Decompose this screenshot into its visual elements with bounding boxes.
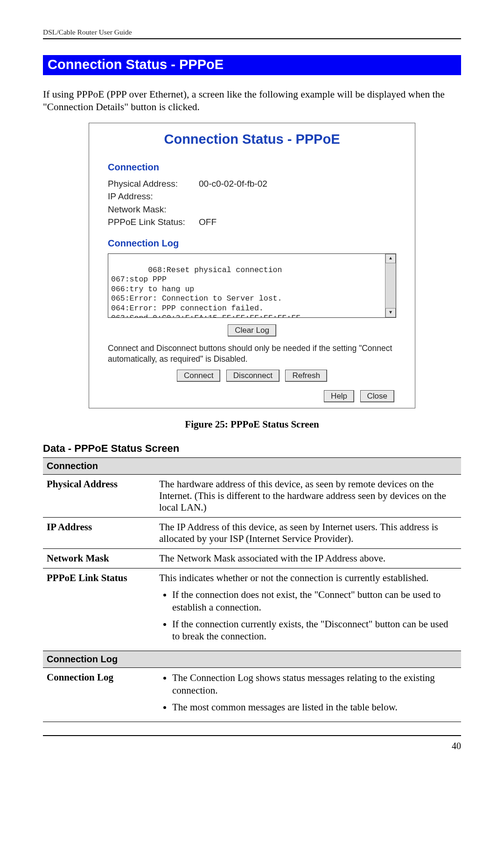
data-table: Connection Physical Address The hardware… [43,457,461,722]
data-table-heading: Data - PPPoE Status Screen [43,442,461,455]
link-status-label: PPPoE Link Status: [108,216,199,229]
term-physical-address: Physical Address [43,475,155,518]
dialog-hint: Connect and Disconnect buttons should on… [108,343,396,365]
table-section-connection: Connection [43,458,461,475]
section-banner: Connection Status - PPPoE [43,55,461,75]
connection-log-textarea[interactable]: 068:Reset physical connection 067:stop P… [108,253,396,318]
intro-paragraph: If using PPPoE (PPP over Ethernet), a sc… [43,88,461,113]
desc-ip-address: The IP Address of this device, as seen b… [155,518,461,549]
log-scrollbar[interactable]: ▲ ▼ [385,254,396,317]
help-button[interactable]: Help [324,390,354,402]
dialog-section-connection: Connection [108,162,396,173]
desc-connection-log: The Connection Log shows status messages… [155,668,461,722]
close-button[interactable]: Close [360,390,394,402]
dialog-section-log: Connection Log [108,238,396,249]
scroll-up-icon[interactable]: ▲ [385,254,396,263]
physical-address-value: 00-c0-02-0f-fb-02 [199,177,267,190]
term-ip-address: IP Address [43,518,155,549]
term-network-mask: Network Mask [43,549,155,568]
physical-address-label: Physical Address: [108,177,199,190]
disconnect-button[interactable]: Disconnect [226,370,280,382]
log-bullet-1: The Connection Log shows status messages… [172,672,457,696]
term-link-status: PPPoE Link Status [43,568,155,651]
connect-button[interactable]: Connect [177,370,220,382]
desc-network-mask: The Network Mask associated with the IP … [155,549,461,568]
scroll-down-icon[interactable]: ▼ [385,308,396,317]
network-mask-label: Network Mask: [108,203,199,216]
link-status-value: OFF [199,216,217,229]
refresh-button[interactable]: Refresh [285,370,327,382]
dialog-title: Connection Status - PPPoE [108,132,396,147]
figure-caption: Figure 25: PPPoE Status Screen [43,419,461,430]
link-status-bullet-2: If the connection currently exists, the … [172,618,457,643]
term-connection-log: Connection Log [43,668,155,722]
connection-fields: Physical Address: 00-c0-02-0f-fb-02 IP A… [108,177,396,229]
link-status-bullet-1: If the connection does not exist, the "C… [172,589,457,613]
running-header: DSL/Cable Router User Guide [43,28,461,39]
log-bullet-2: The most common messages are listed in t… [172,701,457,713]
clear-log-button[interactable]: Clear Log [228,324,276,337]
ip-address-label: IP Address: [108,190,199,203]
page-number: 40 [43,735,461,751]
log-content: 068:Reset physical connection 067:stop P… [111,266,301,318]
desc-link-status: This indicates whether or not the connec… [155,568,461,651]
pppoe-status-dialog: Connection Status - PPPoE Connection Phy… [89,123,415,409]
desc-physical-address: The hardware address of this device, as … [155,475,461,518]
table-section-log: Connection Log [43,651,461,668]
